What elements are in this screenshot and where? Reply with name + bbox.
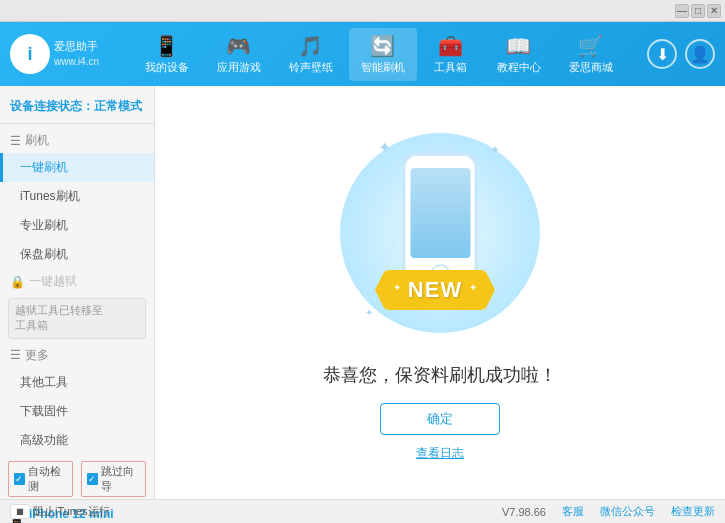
toolbox-label: 工具箱 (434, 60, 467, 75)
smart-flash-label: 智能刷机 (361, 60, 405, 75)
sidebar-item-one-key-flash[interactable]: 一键刷机 (0, 153, 154, 182)
content-area: ✦ ✦ ✦ ✦ NEW ✦ 恭喜您，保资料刷机成功啦！ 确定 查看日志 (155, 86, 725, 499)
bottom-left-area: ⏹ 阻止iTunes运行 (10, 504, 110, 519)
store-label: 爱思商城 (569, 60, 613, 75)
download-button[interactable]: ⬇ (647, 39, 677, 69)
maximize-button[interactable]: □ (691, 4, 705, 18)
sidebar-item-advanced[interactable]: 高级功能 (0, 426, 154, 455)
nav-bar: 📱 我的设备 🎮 应用游戏 🎵 铃声壁纸 🔄 智能刷机 🧰 工具箱 📖 教程中心… (110, 28, 647, 81)
logo-icon: i (10, 34, 50, 74)
nav-store[interactable]: 🛒 爱思商城 (557, 28, 625, 81)
close-button[interactable]: ✕ (707, 4, 721, 18)
phone-screen (410, 168, 470, 258)
new-ribbon: ✦ NEW ✦ (385, 270, 485, 315)
status-value: 正常模式 (94, 99, 142, 113)
section-title-flash: 刷机 (25, 132, 49, 149)
nav-my-device[interactable]: 📱 我的设备 (133, 28, 201, 81)
skip-wizard-checkbox[interactable]: ✓ 跳过向导 (81, 461, 146, 497)
sidebar-item-pro-flash[interactable]: 专业刷机 (0, 211, 154, 240)
minimize-button[interactable]: — (675, 4, 689, 18)
sparkle-top-left: ✦ (378, 138, 391, 157)
sparkle-top-right: ✦ (490, 143, 500, 157)
logo-area: i 爱思助手 www.i4.cn (10, 34, 110, 74)
ribbon-background: ✦ NEW ✦ (385, 270, 485, 310)
jailbreak-note: 越狱工具已转移至工具箱 (8, 298, 146, 339)
sidebar-item-download-fw[interactable]: 下载固件 (0, 397, 154, 426)
main-area: 设备连接状态：正常模式 ☰ 刷机 一键刷机 iTunes刷机 专业刷机 保盘刷机… (0, 86, 725, 499)
account-button[interactable]: 👤 (685, 39, 715, 69)
skip-wizard-label: 跳过向导 (101, 464, 140, 494)
sidebar-item-itunes-flash[interactable]: iTunes刷机 (0, 182, 154, 211)
apps-games-label: 应用游戏 (217, 60, 261, 75)
ringtones-icon: 🎵 (298, 34, 323, 58)
sparkle-bottom-left: ✦ (365, 307, 373, 318)
logo-name: 爱思助手 (54, 39, 99, 54)
confirm-button[interactable]: 确定 (380, 403, 500, 435)
smart-flash-icon: 🔄 (370, 34, 395, 58)
ribbon-star-left: ✦ (393, 282, 401, 293)
nav-apps-games[interactable]: 🎮 应用游戏 (205, 28, 273, 81)
bottom-right-area: V7.98.66 客服 微信公众号 检查更新 (502, 504, 715, 519)
logo-text: 爱思助手 www.i4.cn (54, 39, 99, 68)
auto-detect-label: 自动检测 (28, 464, 67, 494)
sidebar-section-more: ☰ 更多 (0, 343, 154, 368)
phone-illustration: ✦ ✦ ✦ ✦ NEW ✦ (340, 123, 540, 343)
section-icon-more: ☰ (10, 348, 21, 362)
ribbon-star-right: ✦ (469, 282, 477, 293)
auto-detect-check-icon: ✓ (14, 473, 25, 485)
check-update-link[interactable]: 检查更新 (671, 504, 715, 519)
apps-games-icon: 🎮 (226, 34, 251, 58)
section-title-jailbreak: 一键越狱 (29, 273, 77, 290)
tutorial-label: 教程中心 (497, 60, 541, 75)
support-link[interactable]: 客服 (562, 504, 584, 519)
status-label: 设备连接状态： (10, 99, 94, 113)
itunes-status-label: 阻止iTunes运行 (33, 504, 110, 519)
my-device-label: 我的设备 (145, 60, 189, 75)
itunes-status-area[interactable]: ⏹ 阻止iTunes运行 (10, 504, 110, 519)
my-device-icon: 📱 (154, 34, 179, 58)
section-icon-flash: ☰ (10, 134, 21, 148)
device-status: 设备连接状态：正常模式 (0, 94, 154, 124)
logo-url: www.i4.cn (54, 55, 99, 69)
tutorial-icon: 📖 (506, 34, 531, 58)
nav-smart-flash[interactable]: 🔄 智能刷机 (349, 28, 417, 81)
ringtones-label: 铃声壁纸 (289, 60, 333, 75)
sidebar-item-save-flash[interactable]: 保盘刷机 (0, 240, 154, 269)
nav-tutorial[interactable]: 📖 教程中心 (485, 28, 553, 81)
skip-wizard-check-icon: ✓ (87, 473, 98, 485)
lock-icon: 🔒 (10, 275, 25, 289)
sidebar-item-other-tools[interactable]: 其他工具 (0, 368, 154, 397)
header: i 爱思助手 www.i4.cn 📱 我的设备 🎮 应用游戏 🎵 铃声壁纸 🔄 … (0, 22, 725, 86)
stop-icon: ⏹ (10, 504, 30, 519)
title-bar: — □ ✕ (0, 0, 725, 22)
store-icon: 🛒 (578, 34, 603, 58)
section-title-more: 更多 (25, 347, 49, 364)
nav-toolbox[interactable]: 🧰 工具箱 (421, 28, 481, 81)
version-text: V7.98.66 (502, 506, 546, 518)
sidebar-section-jailbreak: 🔒 一键越狱 (0, 269, 154, 294)
nav-right-area: ⬇ 👤 (647, 39, 715, 69)
success-message: 恭喜您，保资料刷机成功啦！ (323, 363, 557, 387)
sidebar: 设备连接状态：正常模式 ☰ 刷机 一键刷机 iTunes刷机 专业刷机 保盘刷机… (0, 86, 155, 499)
ribbon-text: NEW (408, 277, 462, 303)
toolbox-icon: 🧰 (438, 34, 463, 58)
sidebar-section-flash: ☰ 刷机 (0, 128, 154, 153)
view-log-link[interactable]: 查看日志 (416, 445, 464, 462)
nav-ringtones[interactable]: 🎵 铃声壁纸 (277, 28, 345, 81)
wechat-link[interactable]: 微信公众号 (600, 504, 655, 519)
auto-detect-checkbox[interactable]: ✓ 自动检测 (8, 461, 73, 497)
